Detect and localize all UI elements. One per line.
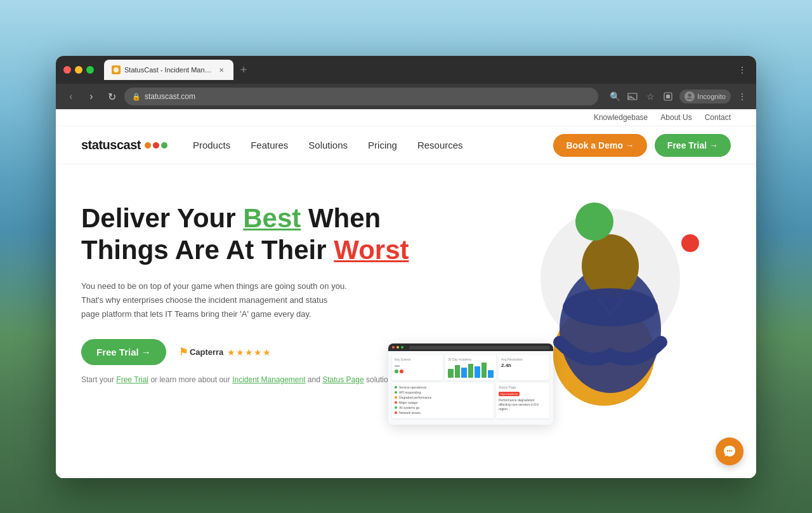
mockup-card-value-3: 2.4h <box>501 363 547 368</box>
url-display: statuscast.com <box>145 92 195 101</box>
tab-title: StatusCast - Incident Manage... <box>124 66 213 74</box>
utility-nav: Knowledgebase About Us Contact <box>56 109 756 126</box>
mockup-bar-chart <box>448 363 494 378</box>
dashboard-mockup: Key Events — 30 Day Incidents <box>388 343 553 425</box>
headline-worst: Worst <box>334 235 409 265</box>
close-button[interactable] <box>63 66 71 74</box>
mockup-body: Key Events — 30 Day Incidents <box>388 351 553 425</box>
extensions-icon[interactable] <box>662 90 674 103</box>
mockup-list-item-2: API responding <box>395 390 491 394</box>
mockup-list-item-4: Major outage <box>395 401 491 404</box>
nav-ctas: Book a Demo → Free Trial → <box>553 134 731 157</box>
search-icon[interactable]: 🔍 <box>608 90 621 103</box>
hero-actions: Free Trial → ⚑ Capterra ★★★★★ <box>81 339 426 365</box>
cast-icon[interactable] <box>626 90 639 103</box>
logo[interactable]: statuscast <box>81 138 167 152</box>
bookmark-icon[interactable]: ☆ <box>644 90 657 103</box>
new-tab-button[interactable]: + <box>236 62 251 77</box>
free-trial-button-nav[interactable]: Free Trial → <box>655 134 731 157</box>
status-dot-6 <box>395 411 397 414</box>
status-dot-5 <box>395 406 397 409</box>
svg-point-9 <box>729 450 730 451</box>
browser-toolbar-right: ⋮ <box>736 63 749 76</box>
mockup-list-row: Service operational API responding Degra… <box>392 383 549 418</box>
hero-headline: Deliver Your Best WhenThings Are At Thei… <box>81 203 426 267</box>
deco-circle-green <box>575 203 613 241</box>
website-content: Knowledgebase About Us Contact statuscas… <box>56 109 756 478</box>
headline-part1: Deliver Your <box>81 203 243 233</box>
hero-bottom-text: Start your Free Trial or learn more abou… <box>81 375 426 384</box>
tab-close-button[interactable]: ✕ <box>217 65 226 74</box>
browser-window: StatusCast - Incident Manage... ✕ + ⋮ ‹ … <box>56 56 756 478</box>
mockup-card-3: Avg Resolution 2.4h <box>499 355 549 380</box>
refresh-button[interactable]: ↻ <box>104 89 119 104</box>
mockup-status-badge: Open Incidents <box>499 392 520 396</box>
hero-subtext: You need to be on top of your game when … <box>81 279 348 321</box>
mockup-detail-text: Performance degradation affecting core s… <box>499 398 547 411</box>
tab-bar: StatusCast - Incident Manage... ✕ + <box>104 60 731 80</box>
deco-circle-red <box>681 234 699 252</box>
nav-resources[interactable]: Resources <box>417 140 463 150</box>
status-dot-3 <box>395 396 397 399</box>
headline-best: Best <box>243 203 301 233</box>
svg-point-4 <box>688 94 691 97</box>
mockup-dot-yellow <box>396 346 399 349</box>
mockup-card-1: Key Events — <box>392 355 443 380</box>
hero-section: Deliver Your Best WhenThings Are At Thei… <box>56 164 756 478</box>
mockup-address-bar <box>409 346 549 349</box>
bottom-free-trial-link[interactable]: Free Trial <box>116 375 148 384</box>
svg-point-7 <box>563 288 658 326</box>
maximize-button[interactable] <box>86 66 94 74</box>
logo-dots <box>145 142 167 149</box>
nav-contact[interactable]: Contact <box>705 113 731 122</box>
bottom-status-page-link[interactable]: Status Page <box>322 375 363 384</box>
mockup-list-card: Service operational API responding Degra… <box>392 383 494 418</box>
capterra-stars: ★★★★★ <box>227 347 272 357</box>
mockup-card-indicators <box>395 370 440 373</box>
hero-left: Deliver Your Best WhenThings Are At Thei… <box>81 190 438 384</box>
mockup-card-label-2: 30 Day Incidents <box>448 357 494 361</box>
browser-menu-icon[interactable]: ⋮ <box>736 90 749 103</box>
mockup-indicator-red <box>400 370 403 373</box>
logo-text: statuscast <box>81 138 141 152</box>
active-tab[interactable]: StatusCast - Incident Manage... ✕ <box>104 60 233 80</box>
forward-button[interactable]: › <box>84 89 99 104</box>
nav-features[interactable]: Features <box>251 140 288 150</box>
svg-rect-3 <box>666 95 670 98</box>
mockup-card-label-1: Key Events <box>395 357 440 361</box>
logo-dot-red <box>153 142 159 149</box>
hero-free-trial-button[interactable]: Free Trial → <box>81 339 166 365</box>
minimize-button[interactable] <box>75 66 82 74</box>
lock-icon: 🔒 <box>132 93 141 101</box>
book-demo-button[interactable]: Book a Demo → <box>553 134 646 157</box>
status-dot-1 <box>395 386 397 389</box>
address-bar-right: 🔍 ☆ <box>608 90 749 103</box>
address-bar[interactable]: 🔒 statuscast.com <box>124 88 598 105</box>
incognito-icon <box>684 91 695 102</box>
svg-point-10 <box>731 450 732 451</box>
capterra-badge: ⚑ Capterra ★★★★★ <box>179 346 272 358</box>
more-options-icon[interactable]: ⋮ <box>736 63 749 76</box>
status-dot-4 <box>395 401 397 404</box>
hero-right: Key Events — 30 Day Incidents <box>438 190 731 444</box>
nav-solutions[interactable]: Solutions <box>308 140 348 150</box>
back-button[interactable]: ‹ <box>63 89 79 104</box>
chat-button[interactable] <box>716 437 743 465</box>
mockup-list-item-6: Network issues <box>395 411 491 415</box>
traffic-lights <box>63 66 94 74</box>
mockup-card-label-3: Avg Resolution <box>501 357 547 361</box>
mockup-list-item-1: Service operational <box>395 385 491 389</box>
nav-knowledgebase[interactable]: Knowledgebase <box>594 113 648 122</box>
mockup-dot-green <box>401 346 403 349</box>
mockup-card-2: 30 Day Incidents <box>445 355 496 380</box>
nav-about-us[interactable]: About Us <box>660 113 691 122</box>
svg-point-0 <box>114 67 119 72</box>
svg-point-8 <box>727 450 728 451</box>
nav-pricing[interactable]: Pricing <box>368 140 397 150</box>
nav-products[interactable]: Products <box>193 140 230 150</box>
main-navigation: statuscast Products Features Solutions P… <box>56 126 756 164</box>
bottom-incident-mgmt-link[interactable]: Incident Management <box>232 375 305 384</box>
mockup-stats-row: Key Events — 30 Day Incidents <box>392 355 549 380</box>
chat-icon <box>723 444 737 458</box>
mockup-detail-card: Status Page Open Incidents Performance d… <box>496 383 549 418</box>
